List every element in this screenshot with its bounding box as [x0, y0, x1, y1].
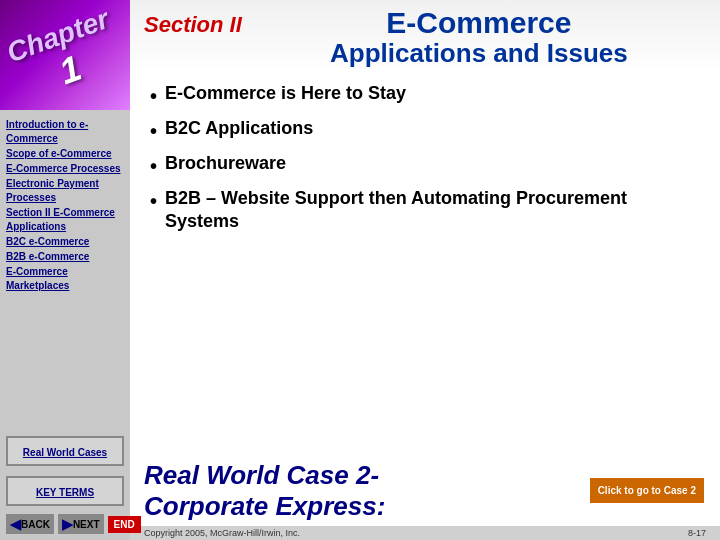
nav-link-scope[interactable]: Scope of e-Commerce	[6, 147, 124, 161]
nav-link-section2[interactable]: Section II E-Commerce Applications	[6, 206, 124, 234]
nav-buttons: ◀ BACK ▶ NEXT END	[0, 510, 130, 540]
footer-page-number: 8-17	[688, 528, 706, 538]
title-line2: Applications and Issues	[252, 39, 706, 68]
click-to-case2-button[interactable]: Click to go to Case 2	[590, 478, 704, 503]
bullet-list: •E-Commerce is Here to Stay•B2C Applicat…	[150, 82, 700, 234]
bullet-item: •Brochureware	[150, 152, 700, 179]
main-title: E-Commerce Applications and Issues	[252, 6, 706, 68]
nav-links: Introduction to e-CommerceScope of e-Com…	[0, 110, 130, 430]
key-terms-button[interactable]: KEY TERMS	[6, 476, 124, 506]
bullet-item: •E-Commerce is Here to Stay	[150, 82, 700, 109]
content-area: •E-Commerce is Here to Stay•B2C Applicat…	[130, 72, 720, 456]
nav-link-b2c[interactable]: B2C e-Commerce	[6, 235, 124, 249]
footer-bar: Copyright 2005, McGraw-Hill/Irwin, Inc. …	[130, 526, 720, 540]
nav-link-b2b[interactable]: B2B e-Commerce	[6, 250, 124, 264]
bullet-item: •B2C Applications	[150, 117, 700, 144]
chapter-label: Chapter 1	[3, 4, 126, 106]
chapter-graphic: Chapter 1	[0, 0, 130, 110]
bullet-dot: •	[150, 153, 157, 179]
end-button[interactable]: END	[108, 516, 141, 533]
bullet-dot: •	[150, 83, 157, 109]
title-line1: E-Commerce	[252, 6, 706, 39]
next-button[interactable]: ▶ NEXT	[58, 514, 104, 534]
nav-link-ecommerce[interactable]: E-Commerce Processes	[6, 162, 124, 176]
nav-link-electronic[interactable]: Electronic Payment Processes	[6, 177, 124, 205]
nav-link-intro[interactable]: Introduction to e-Commerce	[6, 118, 124, 146]
back-button[interactable]: ◀ BACK	[6, 514, 54, 534]
header-area: Section II E-Commerce Applications and I…	[130, 0, 720, 72]
nav-link-marketplaces[interactable]: E-Commerce Marketplaces	[6, 265, 124, 293]
sidebar: Chapter 1 Introduction to e-CommerceScop…	[0, 0, 130, 540]
bullet-dot: •	[150, 188, 157, 214]
real-world-cases-button[interactable]: Real World Cases	[6, 436, 124, 466]
main-content: Section II E-Commerce Applications and I…	[130, 0, 720, 540]
footer-copyright: Copyright 2005, McGraw-Hill/Irwin, Inc.	[144, 528, 300, 538]
bullet-item: •B2B – Website Support then Automating P…	[150, 187, 700, 234]
real-world-case: Real World Case 2- Corporate Express: Cl…	[130, 456, 720, 526]
bullet-dot: •	[150, 118, 157, 144]
real-world-case-text: Real World Case 2- Corporate Express:	[144, 460, 385, 522]
section-label: Section II	[144, 12, 242, 38]
